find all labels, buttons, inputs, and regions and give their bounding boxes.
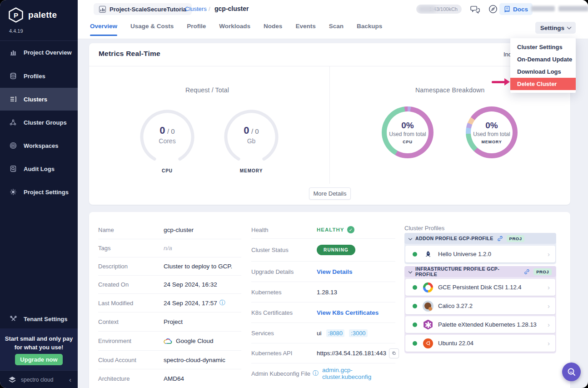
project-chart-icon bbox=[99, 6, 106, 13]
field-last-modified: Last Modified24 Sep 2024, 17:57 ⓘ bbox=[98, 294, 241, 312]
app-version: 4.4.19 bbox=[9, 28, 23, 34]
calico-icon bbox=[423, 301, 434, 312]
cpu-request-value: 0 bbox=[159, 125, 165, 136]
kubeconfig-download-link[interactable]: admin.gcp-cluster.kubeconfig bbox=[322, 367, 395, 380]
layers-icon bbox=[9, 72, 17, 80]
menu-item-delete-cluster[interactable]: Delete Cluster bbox=[510, 78, 576, 90]
spectrocloud-logo-icon bbox=[7, 375, 17, 384]
google-cloud-icon bbox=[164, 338, 173, 345]
gear-icon bbox=[9, 188, 17, 196]
scope-badge: PROJ bbox=[507, 235, 525, 242]
sidebar-item-label: Project Overview bbox=[24, 49, 72, 56]
addon-profile-section: ADDON PROFILE GCP-PROFILE PROJ Hello Uni… bbox=[404, 233, 556, 264]
link-icon[interactable] bbox=[497, 236, 503, 242]
tab-events[interactable]: Events bbox=[295, 23, 315, 36]
breadcrumb-current: gcp-cluster bbox=[214, 5, 249, 12]
pack-row-gce-disk-csi[interactable]: GCE Persistent Disk CSI 1.12.4 › bbox=[405, 279, 555, 296]
view-certificates-link[interactable]: View K8s Certificates bbox=[317, 309, 379, 316]
audit-search-doc-icon bbox=[9, 165, 17, 173]
chat-bubbles-icon[interactable] bbox=[469, 4, 480, 15]
pack-status-dot bbox=[413, 252, 417, 257]
info-icon[interactable]: ⓘ bbox=[219, 299, 225, 307]
docs-button[interactable]: Docs bbox=[499, 3, 533, 15]
memory-unit: Gb bbox=[222, 137, 281, 145]
brand-logo: P palette bbox=[8, 7, 57, 23]
redacted-username bbox=[531, 6, 555, 11]
usage-quota-badge: 1.43/100kCh bbox=[416, 5, 462, 14]
brand-name: palette bbox=[28, 10, 57, 20]
field-created-on: Created On24 Sep 2024, 16:32 bbox=[98, 276, 241, 294]
sidebar-item-clusters[interactable]: Clusters bbox=[0, 88, 78, 111]
tab-profile[interactable]: Profile bbox=[187, 23, 206, 36]
chevron-right-icon: › bbox=[548, 321, 550, 328]
settings-button[interactable]: Settings bbox=[535, 22, 576, 34]
collapse-sidebar-icon[interactable]: ‹ bbox=[69, 376, 71, 383]
promo-text: Start small and only payfor what you use… bbox=[5, 335, 73, 352]
sidebar: P palette 4.4.19 Project Overview Profil… bbox=[0, 0, 78, 388]
sidebar-item-workspaces[interactable]: Workspaces bbox=[0, 134, 78, 157]
link-icon[interactable] bbox=[524, 269, 530, 275]
tab-scan[interactable]: Scan bbox=[329, 23, 344, 36]
magnifier-smile-icon bbox=[567, 367, 577, 377]
sidebar-item-project-settings[interactable]: Project Settings bbox=[0, 181, 78, 203]
pack-row-palette-extended-kubernetes[interactable]: Palette eXtended Kubernetes 1.28.13 › bbox=[405, 316, 555, 333]
field-name: Namegcp-cluster bbox=[98, 221, 241, 239]
request-total-title: Request / Total bbox=[185, 86, 229, 94]
infrastructure-profile-section: INFRASTRUCTURE PROFILE GCP-PROFILE PROJ … bbox=[404, 266, 556, 353]
pack-row-hello-universe[interactable]: Hello Universe 1.2.0 › bbox=[405, 246, 555, 262]
tab-overview[interactable]: Overview bbox=[90, 23, 117, 36]
project-selector[interactable]: Project-ScaleSecureTutoria bbox=[94, 3, 192, 15]
upgrade-now-button[interactable]: Upgrade now bbox=[15, 354, 63, 365]
app-window: P palette 4.4.19 Project Overview Profil… bbox=[0, 0, 588, 388]
check-circle-icon: ✓ bbox=[347, 226, 354, 233]
field-admin-kubeconfig: Admin Kubeconfig File ⓘ admin.gcp-cluste… bbox=[251, 363, 395, 383]
sidebar-item-label: Clusters bbox=[24, 96, 47, 103]
field-cluster-status: Cluster Status RUNNING bbox=[251, 239, 395, 262]
sidebar-item-profiles[interactable]: Profiles bbox=[0, 65, 78, 87]
gce-disk-icon bbox=[423, 282, 434, 293]
chevron-down-icon bbox=[409, 270, 412, 273]
sidebar-item-audit-logs[interactable]: Audit Logs bbox=[0, 157, 78, 180]
field-cloud-account: Cloud Accountspectro-cloud-dynamic bbox=[98, 351, 241, 369]
pack-row-ubuntu[interactable]: Ubuntu 22.04 › bbox=[405, 335, 555, 352]
field-services: Services ui :8080 :3000 bbox=[251, 323, 395, 343]
addon-profile-header[interactable]: ADDON PROFILE GCP-PROFILE PROJ bbox=[404, 233, 556, 244]
divider bbox=[329, 66, 330, 184]
memory-namespace-donut: 0% Used from total MEMORY bbox=[466, 106, 518, 158]
copy-icon[interactable] bbox=[389, 348, 399, 358]
menu-item-download-logs[interactable]: Download Logs bbox=[510, 66, 576, 78]
info-icon[interactable]: ⓘ bbox=[313, 369, 319, 378]
blurred-region bbox=[418, 6, 436, 12]
cpu-donut-caption: Used from total bbox=[389, 131, 426, 137]
infrastructure-profile-header[interactable]: INFRASTRUCTURE PROFILE GCP-PROFILE PROJ bbox=[404, 266, 556, 277]
breadcrumb-clusters-link[interactable]: Clusters bbox=[185, 5, 207, 12]
chevron-down-icon bbox=[567, 25, 572, 30]
chevron-right-icon: › bbox=[548, 250, 550, 258]
sidebar-item-cluster-groups[interactable]: Cluster Groups bbox=[0, 111, 78, 134]
tab-nodes[interactable]: Nodes bbox=[264, 23, 282, 36]
tab-backups[interactable]: Backups bbox=[357, 23, 382, 36]
service-port-link[interactable]: :3000 bbox=[349, 329, 368, 337]
pack-status-dot bbox=[413, 304, 417, 308]
more-details-button[interactable]: More Details bbox=[309, 187, 351, 200]
menu-item-on-demand-update[interactable]: On-Demand Update bbox=[510, 53, 576, 66]
service-port-link[interactable]: :8080 bbox=[326, 329, 345, 337]
namespace-breakdown-title: Namespace Breakdown bbox=[415, 86, 484, 94]
tab-usage-costs[interactable]: Usage & Costs bbox=[130, 23, 174, 36]
compass-help-icon[interactable] bbox=[488, 4, 498, 15]
view-details-link[interactable]: View Details bbox=[317, 268, 353, 275]
tab-workloads[interactable]: Workloads bbox=[219, 23, 250, 36]
support-widget-button[interactable] bbox=[562, 363, 581, 381]
field-k8s-certificates: K8s Certificates View K8s Certificates bbox=[251, 302, 395, 323]
footer-brand-name: spectro cloud bbox=[21, 377, 53, 383]
sidebar-item-label: Cluster Groups bbox=[24, 119, 67, 126]
svg-text:P: P bbox=[14, 11, 18, 19]
memory-gauge: 0 / 0 Gb MEMORY bbox=[222, 107, 281, 166]
sidebar-item-project-overview[interactable]: Project Overview bbox=[0, 41, 78, 64]
hello-universe-icon bbox=[423, 249, 434, 260]
pack-row-calico[interactable]: Calico 3.27.2 › bbox=[405, 297, 555, 314]
tools-icon bbox=[9, 315, 17, 323]
sidebar-item-tenant-settings[interactable]: Tenant Settings bbox=[0, 307, 78, 330]
menu-item-cluster-settings[interactable]: Cluster Settings bbox=[510, 41, 576, 53]
pxk-hexagon-icon bbox=[423, 319, 434, 330]
